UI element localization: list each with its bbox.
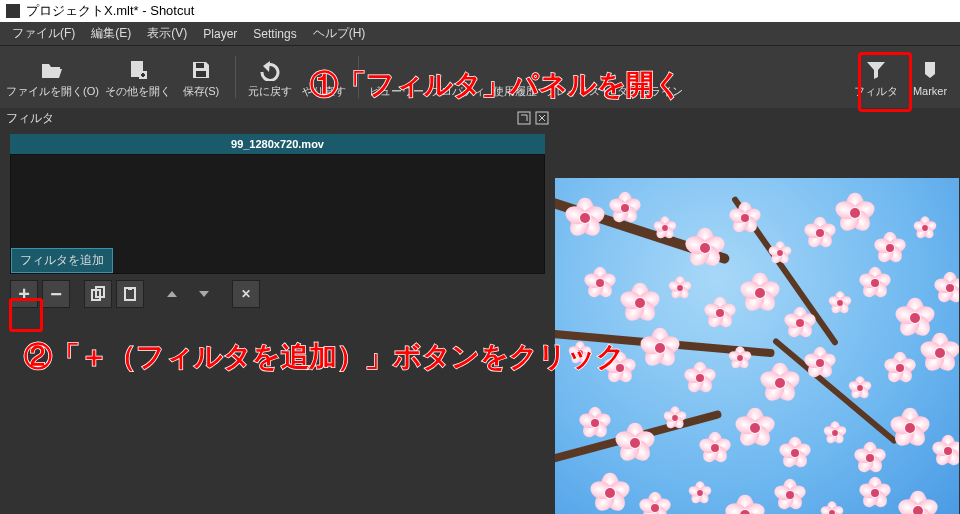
markers-label: Marker [913,85,947,97]
open-file-label: ファイルを開く(O) [6,84,99,99]
folder-open-icon [40,56,64,84]
paste-filter-button[interactable] [116,280,144,308]
app-icon [6,4,20,18]
menu-player[interactable]: Player [195,25,245,43]
deselect-filter-button[interactable]: ✕ [232,280,260,308]
menu-file[interactable]: ファイル(F) [4,23,83,44]
move-filter-down-button[interactable] [190,280,218,308]
svg-rect-3 [196,71,206,77]
open-file-button[interactable]: ファイルを開く(O) [6,49,99,105]
panel-popout-icon[interactable] [517,111,531,125]
filters-panel: フィルタ 99_1280x720.mov フィルタを追加 + − ✕ [0,108,555,308]
document-plus-icon [127,56,149,84]
save-button[interactable]: 保存(S) [177,49,225,105]
annotation-1: ①「フィルタ」パネルを開く [310,66,683,104]
undo-button[interactable]: 元に戻す [246,49,294,105]
move-filter-up-button[interactable] [158,280,186,308]
save-icon [190,56,212,84]
menubar: ファイル(F) 編集(E) 表示(V) Player Settings ヘルプ(… [0,22,960,46]
marker-icon [919,57,941,85]
panel-close-icon[interactable] [535,111,549,125]
remove-filter-button[interactable]: − [42,280,70,308]
menu-view[interactable]: 表示(V) [139,23,195,44]
filters-list: フィルタを追加 [10,154,545,274]
svg-rect-9 [128,287,132,290]
toolbar-separator [235,56,236,98]
selected-clip-bar[interactable]: 99_1280x720.mov [10,134,545,154]
markers-button[interactable]: Marker [906,49,954,105]
window-title: プロジェクトX.mlt* - Shotcut [26,2,194,20]
undo-label: 元に戻す [248,84,292,99]
add-filter-tooltip: フィルタを追加 [11,248,113,273]
undo-icon [258,56,282,84]
menu-edit[interactable]: 編集(E) [83,23,139,44]
titlebar: プロジェクトX.mlt* - Shotcut [0,0,960,22]
annotation-2: ②「＋（フィルタを追加）」ボタンをクリック [24,338,625,376]
menu-help[interactable]: ヘルプ(H) [305,23,374,44]
menu-settings[interactable]: Settings [245,25,304,43]
filters-button[interactable]: フィルタ [852,49,900,105]
open-other-label: その他を開く [105,84,171,99]
filters-panel-title: フィルタ [6,110,54,127]
save-label: 保存(S) [183,84,220,99]
add-filter-button[interactable]: + [10,280,38,308]
funnel-icon [865,56,887,84]
svg-rect-4 [518,112,530,124]
filters-label: フィルタ [854,84,898,99]
open-other-button[interactable]: その他を開く [105,49,171,105]
filters-toolbar: + − ✕ [10,280,545,308]
copy-filter-button[interactable] [84,280,112,308]
svg-rect-2 [196,63,204,68]
